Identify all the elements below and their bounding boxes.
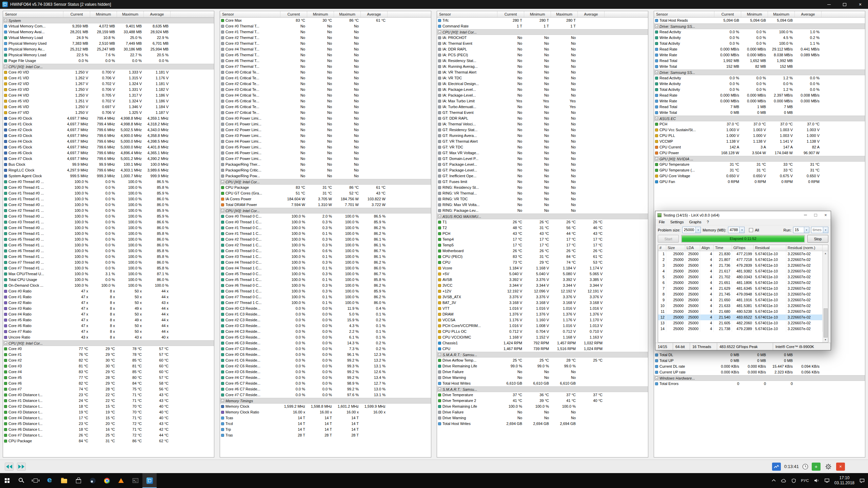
sensor-row[interactable]: Core #1 Thread 1 C...100.0 %0.1 %100.0 %… — [220, 231, 431, 237]
sensor-row[interactable]: Core #7 Thermal T...NoNoNo — [220, 64, 431, 69]
collapse-icon[interactable] — [438, 30, 441, 34]
sensor-row[interactable]: Core #1 Clock4,697.7 MHz799.4 MHz4,998.8… — [3, 121, 214, 127]
linx-minimize-icon[interactable] — [800, 211, 810, 219]
sensor-row[interactable]: IA: Thermal Veloci...NoNoNo — [437, 121, 648, 127]
sensor-row[interactable]: Core #4 C7 Reside...0.0 %0.0 %99.2 %13.4… — [220, 375, 431, 381]
sensor-row[interactable]: Memory Clock Ratio16.00 x16.00 x16.00 x1… — [220, 409, 431, 415]
sensor-row[interactable]: Core #2 Distance t...18 °C15 °C70 °C40 °… — [3, 404, 214, 409]
sensor-row[interactable]: Core #0 Thread 0 C...100.0 %2.0 %100.0 %… — [220, 214, 431, 219]
sensor-row[interactable]: Drive Remaining Life100.0 %100.0 %100.0 … — [437, 404, 648, 409]
sensor-row[interactable]: Ring/LLC Clock4,297.9 MHz799.6 MHz4,303.… — [3, 167, 214, 173]
minimize-icon[interactable] — [821, 0, 837, 9]
sensor-row[interactable]: Core #176 °C29 °C78 °C57 °C — [3, 352, 214, 358]
sensor-row[interactable]: Physical Memory Av...25,312 MB25,247 MB3… — [3, 46, 214, 52]
sensor-row[interactable]: Total Activity0.0 %0.0 %100.0 %1.1 % — [654, 41, 865, 46]
sensor-row[interactable]: Read Activity0.0 %0.0 %100.0 %1.0 % — [654, 29, 865, 35]
sensor-row[interactable]: Command Rate1 T1 T1 T — [437, 23, 648, 29]
result-row[interactable]: 102500025000421.633481.53815.674011e-103… — [658, 303, 823, 309]
sensor-row[interactable]: VCCMP1.138 V1.138 V1.141 V1.138 V — [654, 139, 865, 144]
sensor-row[interactable]: IA: Max Turbo LimitYesYesYes — [437, 98, 648, 104]
section-header[interactable]: S.M.A.R.T.: Samsu... — [437, 352, 648, 358]
result-row[interactable]: 32500025000421.736479.28395.674011e-103.… — [658, 263, 823, 268]
sensor-row[interactable]: Total Host Writes6,610 GB6,610 GB6,610 G… — [437, 381, 648, 386]
sensor-row[interactable]: Core #5 C3 Reside...0.0 %0.0 %6.1 %0.1 % — [220, 334, 431, 340]
exit-button[interactable] — [836, 463, 845, 471]
sensor-row[interactable]: CPU (PECI)83 °C31 °C84 °C61 °C — [437, 254, 648, 260]
sensor-row[interactable]: Core #4 Distance t...17 °C15 °C71 °C40 °… — [3, 415, 214, 421]
column-header-minimum[interactable]: Minimum — [741, 11, 768, 17]
sensor-row[interactable]: GT: VR Thermal AlertNoNoNo — [437, 139, 648, 144]
sensor-row[interactable]: Core #5 VID1.251 V0.702 V1.324 V1.186 V — [3, 98, 214, 104]
sensor-row[interactable]: Core #682 °C29 °C84 °C58 °C — [3, 381, 214, 386]
scroll-thumb[interactable] — [824, 308, 828, 338]
sensor-row[interactable]: Core #7 Thread 0 C...100.0 %0.1 %100.0 %… — [220, 294, 431, 300]
sensor-row[interactable]: Core #5 Thread #0 ...100.0 %0.0 %100.0 %… — [3, 237, 214, 242]
sensor-row[interactable]: CPU VCCIO/IMC1.168 V1.152 V1.168 V1.163 … — [437, 334, 648, 340]
sensor-row[interactable]: GPU Temperature31 °C31 °C33 °C31 °C — [654, 162, 865, 167]
column-header-maximum[interactable]: Maximum — [117, 11, 144, 17]
sensor-row[interactable]: Package/Ring Ther...NoNoNo — [220, 162, 431, 167]
sensor-row[interactable]: BAT_3V3.168 V3.168 V3.168 V3.168 V — [437, 300, 648, 306]
sensor-row[interactable]: Core #5 Clock4,697.7 MHz799.6 MHz5,000.0… — [3, 144, 214, 150]
sensor-row[interactable]: IA: VR Thermal AlertNoNoNo — [437, 69, 648, 75]
sensor-row[interactable]: Core #4 Thread 1 C...100.0 %0.1 %100.0 %… — [220, 265, 431, 271]
sensor-row[interactable]: Motherboard26 °C26 °C26 °C26 °C — [437, 248, 648, 254]
sensor-row[interactable]: +12V12.192 V12.096 V12.192 V12.191 V — [437, 288, 648, 294]
column-header-current[interactable]: Current — [63, 11, 90, 17]
linx-menu-item-3[interactable]: ? — [704, 219, 712, 225]
taskbar-button-file-explorer[interactable] — [57, 473, 71, 488]
sensor-row[interactable]: Core #6 Distance t...18 °C16 °C71 °C42 °… — [3, 427, 214, 432]
sensor-row[interactable]: Total Activity0.0 %0.0 %1.2 %0.0 % — [654, 87, 865, 93]
taskbar-button-chrome[interactable] — [100, 473, 114, 488]
column-header-average[interactable]: Average — [361, 11, 388, 17]
sensor-row[interactable]: Core #0 Thermal T...NoNoNo — [220, 23, 431, 29]
sensor-row[interactable]: Drive FailureNoNoNo — [437, 409, 648, 415]
section-header[interactable]: Drive: Samsung SS... — [654, 23, 865, 29]
sensor-row[interactable]: Core #774 °C28 °C75 °C56 °C — [3, 386, 214, 392]
result-row[interactable]: 132500025000421.605482.20605.674011e-103… — [658, 320, 823, 326]
sensor-row[interactable]: Core #1 Thread #0 ...100.0 %0.0 %100.0 %… — [3, 190, 214, 196]
section-header[interactable]: S.M.A.R.T.: Samsu... — [437, 386, 648, 392]
column-header-current[interactable]: Current — [280, 11, 307, 17]
section-header[interactable]: Drive: Samsung SS... — [654, 69, 865, 75]
sensor-row[interactable]: PCH37.0 °C37.0 °C37.0 °C37.0 °C — [654, 121, 865, 127]
sensor-row[interactable]: Core #2 Clock4,697.7 MHz799.6 MHz5,002.5… — [3, 127, 214, 133]
taskbar-button-media-player[interactable] — [114, 473, 128, 488]
linx-menu-item-1[interactable]: Settings — [668, 219, 687, 225]
sensor-row[interactable]: Trcd14 T14 T14 T — [220, 421, 431, 427]
sensor-row[interactable]: Core #3 Ratio47 x8 x49 x44 x — [3, 306, 214, 311]
linx-menu-item-0[interactable]: File — [656, 219, 668, 225]
result-row[interactable]: 62500025000421.651481.18065.674011e-103.… — [658, 280, 823, 286]
collapse-icon[interactable] — [655, 71, 658, 74]
sensor-row[interactable]: Core #483 °C29 °C85 °C60 °C — [3, 369, 214, 375]
sensor-row[interactable]: AVSB3.392 V3.376 V3.392 V3.385 V — [437, 277, 648, 283]
sensor-row[interactable]: Core #4 Critical Te...NoNoNo — [220, 93, 431, 98]
sensor-row[interactable]: Core #2 Thread #0 ...100.0 %0.0 %100.0 %… — [3, 202, 214, 208]
sensor-row[interactable]: IA: VR TDCNoNoNo — [437, 75, 648, 81]
sensor-row[interactable]: Core Max83 °C30 °C86 °C61 °C — [220, 18, 431, 23]
close-icon[interactable] — [852, 0, 868, 9]
sensor-row[interactable]: Core #2 Power Limi...NoNoNo — [220, 127, 431, 133]
problem-size-select[interactable]: 25000 — [682, 227, 701, 233]
taskbar-button-store[interactable] — [71, 473, 85, 488]
graph-button[interactable] — [772, 463, 781, 471]
sensor-row[interactable]: Core #282 °C30 °C85 °C60 °C — [3, 358, 214, 363]
sensor-row[interactable]: VTT1.016 V1.016 V1.016 V1.016 V — [437, 306, 648, 311]
sensor-row[interactable]: Core #5 Critical Te...NoNoNo — [220, 98, 431, 104]
stop-button[interactable]: Stop — [807, 235, 828, 243]
sensor-row[interactable]: Core #7 Thread #1 ...100.0 %0.0 %100.0 %… — [3, 265, 214, 271]
sensor-row[interactable]: Uncore Ratio43 x8 x43 x40 x — [3, 334, 214, 340]
sensor-row[interactable]: Vcore1.184 V1.168 V1.184 V1.174 V — [437, 265, 648, 271]
collapse-icon[interactable] — [655, 377, 658, 380]
collapse-icon[interactable] — [438, 215, 441, 218]
sensor-row[interactable]: CPU Package84 °C31 °C86 °C62 °C — [3, 438, 214, 444]
result-row[interactable]: 82500025000421.745479.09485.674011e-103.… — [658, 291, 823, 297]
taskbar-button-edge[interactable] — [43, 473, 57, 488]
sensor-row[interactable]: IA: Residency Stat...NoNoNo — [437, 58, 648, 64]
column-header-current[interactable]: Current — [714, 11, 741, 17]
section-header[interactable]: CPU [#0]: Intel Cor... — [220, 208, 431, 214]
sensor-row[interactable]: Core #4 VID1.250 V0.705 V1.317 V1.186 V — [3, 93, 214, 98]
sensor-row[interactable]: Virtual Memory Com...9,359 MB4,072 MB9,4… — [3, 23, 214, 29]
sensor-row[interactable]: GT: Inefficient Ope...NoNoNo — [437, 173, 648, 179]
result-row[interactable]: 12500025000421.830477.21995.674011e-103.… — [658, 251, 823, 257]
